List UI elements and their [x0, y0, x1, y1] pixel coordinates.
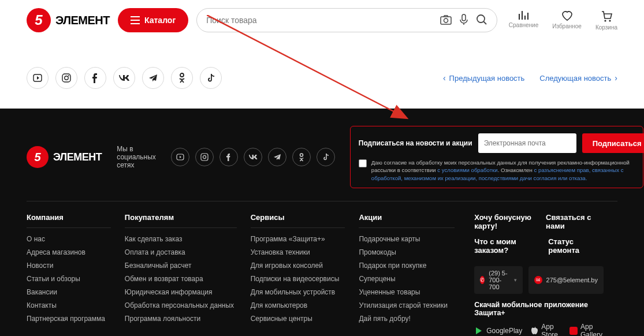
bonus-link[interactable]: Хочу бонусную карту!: [474, 213, 546, 230]
svg-point-10: [65, 76, 68, 80]
util-group: Сравнение Избранное Корзина: [509, 10, 617, 31]
next-news-link[interactable]: Следующая новость›: [539, 73, 617, 83]
logo-text: ЭЛЕМЕНТ: [53, 151, 102, 163]
phone-text: (29) 5-700-700: [489, 270, 509, 290]
footer-link[interactable]: Обработка персональных данных: [125, 301, 237, 309]
col-title: Покупателям: [125, 213, 237, 228]
footer-link[interactable]: Адреса магазинов: [27, 248, 111, 256]
catalog-button[interactable]: Каталог: [118, 8, 188, 32]
facebook-icon[interactable]: [84, 67, 106, 89]
svg-rect-9: [62, 74, 70, 82]
footer-link[interactable]: Программа «Защита+»: [251, 235, 345, 243]
footer-link[interactable]: Дай пять добру!: [359, 315, 455, 323]
googleplay-link[interactable]: GooglePlay: [474, 326, 522, 335]
svg-rect-3: [462, 14, 466, 21]
footer-link[interactable]: Новости: [27, 262, 111, 270]
chevron-down-icon: ▾: [514, 277, 517, 283]
prev-news-link[interactable]: ‹Предыдущая новость: [443, 73, 524, 83]
ag-label: App Gallery: [580, 323, 604, 336]
gp-label: GooglePlay: [486, 327, 522, 335]
search-bar: [196, 8, 497, 32]
footer-link[interactable]: Безналичный расчет: [125, 262, 237, 270]
camera-icon[interactable]: [440, 14, 452, 27]
telegram-icon[interactable]: [268, 148, 286, 166]
apple-icon: [531, 326, 538, 335]
col-company: Компания О насАдреса магазиновНовостиСта…: [27, 201, 125, 336]
footer-link[interactable]: Суперцены: [359, 275, 455, 283]
email-pill[interactable]: ✉ 275@5element.by: [528, 266, 604, 294]
footer-link[interactable]: Подарочные карты: [359, 235, 455, 243]
email-text: 275@5element.by: [546, 277, 598, 283]
col-title: Сервисы: [251, 213, 345, 228]
footer-link[interactable]: Юридическая информация: [125, 288, 237, 296]
ok-icon[interactable]: [171, 67, 193, 89]
footer-link[interactable]: Для компьютеров: [251, 301, 345, 309]
appstore-link[interactable]: App Store: [531, 323, 560, 336]
instagram-icon[interactable]: [195, 148, 214, 166]
svg-point-6: [604, 20, 606, 21]
consent-link-1[interactable]: с условиями обработки: [437, 167, 497, 173]
instagram-icon[interactable]: [55, 67, 77, 89]
top-header: 5 ЭЛЕМЕНТ Каталог Сравнение Избранное: [0, 0, 644, 38]
footer-link[interactable]: Для мобильных устройств: [251, 288, 345, 296]
footer-link[interactable]: Уцененные товары: [359, 288, 455, 296]
search-icon[interactable]: [476, 14, 487, 27]
svg-point-16: [300, 154, 303, 156]
footer-link[interactable]: Как сделать заказ: [125, 235, 237, 243]
footer-link[interactable]: Промокоды: [359, 248, 455, 256]
footer-link[interactable]: Установка техники: [251, 248, 345, 256]
compare-icon: [518, 10, 530, 20]
footer-link[interactable]: Сервисные центры: [251, 315, 345, 323]
footer-link[interactable]: Подписки на видеосервисы: [251, 275, 345, 283]
cart-link[interactable]: Корзина: [595, 10, 617, 31]
chevron-left-icon: ‹: [443, 73, 446, 83]
repair-status-link[interactable]: Статус ремонта: [548, 237, 604, 255]
email-input[interactable]: [478, 133, 576, 153]
footer-link[interactable]: О нас: [27, 235, 111, 243]
vk-icon[interactable]: [244, 148, 262, 166]
youtube-icon[interactable]: [171, 148, 189, 166]
svg-rect-17: [569, 327, 578, 335]
subscribe-button[interactable]: Подписаться: [582, 133, 644, 153]
consent-checkbox[interactable]: [359, 159, 367, 167]
footer: 5 ЭЛЕМЕНТ Мы в социальных сетях Подписат…: [0, 109, 644, 336]
order-status-link[interactable]: Что с моим заказом?: [474, 237, 548, 255]
tiktok-icon[interactable]: [200, 67, 222, 89]
phone-icon: ✆: [480, 276, 485, 284]
footer-link[interactable]: Оплата и доставка: [125, 248, 237, 256]
logo[interactable]: 5 ЭЛЕМЕНТ: [27, 8, 110, 32]
compare-link[interactable]: Сравнение: [509, 10, 538, 31]
col-buyers: Покупателям Как сделать заказОплата и до…: [125, 201, 251, 336]
footer-link[interactable]: Программа лояльности: [125, 315, 237, 323]
footer-link[interactable]: Для игровых консолей: [251, 262, 345, 270]
search-input[interactable]: [206, 16, 432, 25]
appgallery-link[interactable]: App Gallery: [569, 323, 604, 336]
chevron-right-icon: ›: [615, 73, 617, 83]
favorite-link[interactable]: Избранное: [552, 10, 582, 31]
vk-icon[interactable]: [113, 67, 135, 89]
footer-link[interactable]: Статьи и обзоры: [27, 275, 111, 283]
footer-logo[interactable]: 5 ЭЛЕМЕНТ: [27, 146, 102, 168]
menu-icon: [131, 16, 140, 24]
footer-socials: [171, 148, 335, 166]
footer-columns: Компания О насАдреса магазиновНовостиСта…: [27, 201, 617, 336]
telegram-icon[interactable]: [142, 67, 164, 89]
footer-link[interactable]: Вакансии: [27, 288, 111, 296]
footer-link[interactable]: Подарок при покупке: [359, 262, 455, 270]
ok-icon[interactable]: [292, 148, 311, 166]
consent-text: Даю согласие на обработку моих персональ…: [371, 159, 635, 182]
tiktok-icon[interactable]: [317, 148, 335, 166]
footer-link[interactable]: Контакты: [27, 301, 111, 309]
footer-link[interactable]: Обмен и возврат товара: [125, 275, 237, 283]
contact-link[interactable]: Связаться с нами: [546, 213, 604, 230]
footer-link[interactable]: Партнерская программа: [27, 315, 111, 323]
svg-point-4: [477, 15, 485, 23]
facebook-icon[interactable]: [219, 148, 238, 166]
logo-badge: 5: [27, 8, 51, 32]
phone-pill[interactable]: ✆ (29) 5-700-700 ▾: [474, 266, 522, 294]
social-nav-section: ‹Предыдущая новость Следующая новость›: [0, 38, 644, 109]
youtube-icon[interactable]: [27, 67, 49, 89]
cart-icon: [600, 10, 613, 23]
mic-icon[interactable]: [460, 14, 468, 27]
footer-link[interactable]: Утилизация старой техники: [359, 301, 455, 309]
